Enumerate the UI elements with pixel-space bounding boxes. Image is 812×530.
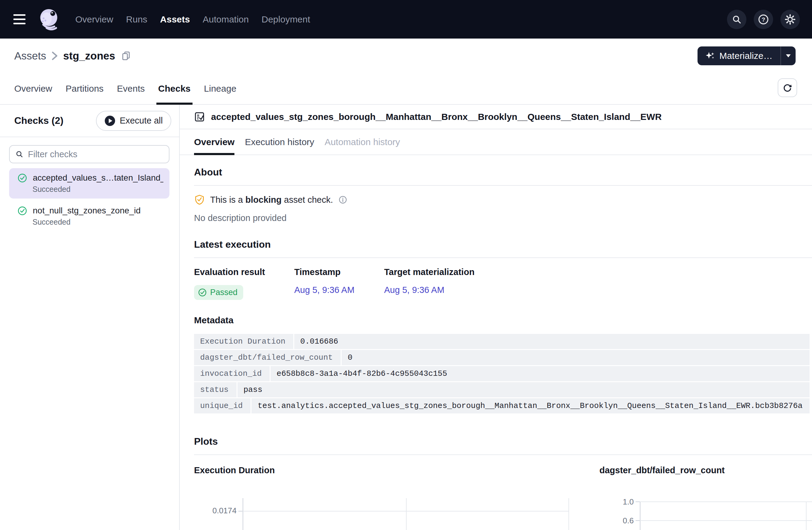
nav-item-overview[interactable]: Overview bbox=[75, 14, 113, 25]
plots-heading: Plots bbox=[194, 436, 812, 455]
info-icon[interactable] bbox=[338, 195, 347, 204]
octopus-logo-icon bbox=[38, 8, 61, 31]
menu-icon[interactable] bbox=[12, 12, 27, 26]
tab-partitions[interactable]: Partitions bbox=[66, 73, 104, 104]
y-axis-tick bbox=[238, 511, 243, 512]
nav-item-deployment[interactable]: Deployment bbox=[261, 14, 310, 25]
nav-actions: ? bbox=[727, 10, 800, 29]
asset-page-header: Assets stg_zones Materialize… bbox=[0, 39, 812, 73]
check-success-icon bbox=[18, 173, 27, 183]
help-button[interactable]: ? bbox=[754, 10, 773, 29]
materialize-button[interactable]: Materialize… bbox=[697, 46, 796, 65]
top-navigation: Overview Runs Assets Automation Deployme… bbox=[0, 0, 812, 39]
check-list-item-not-null[interactable]: not_null_stg_zones_zone_id Succeeded bbox=[9, 201, 170, 231]
timestamp-header: Timestamp bbox=[294, 267, 384, 277]
copy-asset-name-button[interactable] bbox=[121, 51, 131, 61]
check-status: Succeeded bbox=[32, 185, 164, 194]
shield-check-icon bbox=[194, 194, 205, 205]
gridline bbox=[406, 498, 407, 530]
nav-item-automation[interactable]: Automation bbox=[203, 14, 249, 25]
gridline bbox=[640, 501, 812, 502]
metadata-value: test.analytics.accepted_values_stg_zones… bbox=[251, 398, 810, 413]
nav-item-assets[interactable]: Assets bbox=[160, 14, 190, 25]
sparkle-icon bbox=[706, 51, 714, 60]
latest-execution-heading: Latest execution bbox=[194, 239, 812, 258]
metadata-value: 0.016686 bbox=[294, 334, 810, 349]
table-row: Execution Duration 0.016686 bbox=[194, 334, 810, 349]
y-axis-tick-label: 0.6 bbox=[599, 516, 634, 526]
metadata-key: Execution Duration bbox=[194, 334, 293, 349]
about-heading: About bbox=[194, 167, 812, 186]
execute-all-label: Execute all bbox=[120, 116, 163, 126]
check-success-icon bbox=[198, 288, 207, 297]
asset-tab-bar: Overview Partitions Events Checks Lineag… bbox=[0, 73, 812, 105]
blocking-check-note: This is a blocking asset check. bbox=[194, 194, 812, 205]
blocking-text: This is a blocking asset check. bbox=[210, 195, 333, 205]
check-list-item-accepted-values[interactable]: accepted_values_s…taten_Island_ Succeede… bbox=[9, 168, 170, 198]
check-list: accepted_values_s…taten_Island_ Succeede… bbox=[9, 168, 170, 231]
breadcrumb-assets-link[interactable]: Assets bbox=[14, 50, 46, 62]
tab-checks[interactable]: Checks bbox=[158, 73, 191, 104]
settings-button[interactable] bbox=[780, 10, 800, 29]
metadata-key: dagster_dbt/failed_row_count bbox=[194, 350, 341, 365]
check-description: No description provided bbox=[194, 213, 812, 223]
passed-badge: Passed bbox=[194, 285, 243, 300]
y-axis-tick bbox=[636, 520, 640, 521]
check-name: accepted_values_s…taten_Island_ bbox=[33, 173, 163, 183]
tab-check-overview[interactable]: Overview bbox=[194, 129, 234, 154]
about-section: About This is a blocking asset check. No… bbox=[194, 167, 812, 223]
metadata-key: invocation_id bbox=[194, 366, 270, 381]
refresh-button[interactable] bbox=[778, 78, 797, 97]
play-circle-icon bbox=[104, 115, 115, 126]
check-title: accepted_values_stg_zones_borough__Manha… bbox=[211, 112, 662, 122]
check-detail-tabs: Overview Execution history Automation hi… bbox=[180, 129, 812, 155]
materialize-label: Materialize… bbox=[720, 51, 772, 61]
timestamp-link[interactable]: Aug 5, 9:36 AM bbox=[294, 285, 354, 295]
tab-automation-history: Automation history bbox=[324, 129, 400, 154]
latest-execution-section: Latest execution Evaluation result Passe… bbox=[194, 239, 812, 300]
execution-duration-plot: Execution Duration 0.0174 bbox=[194, 465, 599, 530]
svg-text:?: ? bbox=[762, 16, 765, 23]
tab-overview[interactable]: Overview bbox=[14, 73, 52, 104]
plot-canvas: 0.0174 bbox=[194, 497, 599, 530]
target-materialization-header: Target materialization bbox=[384, 267, 812, 277]
metadata-key: status bbox=[194, 382, 236, 397]
gridline bbox=[640, 520, 812, 521]
metadata-section: Metadata Execution Duration 0.016686 dag… bbox=[194, 315, 812, 413]
check-name: not_null_stg_zones_zone_id bbox=[33, 206, 141, 216]
checks-sidebar-header: Checks (2) Execute all bbox=[0, 105, 179, 137]
target-materialization-link[interactable]: Aug 5, 9:36 AM bbox=[384, 285, 444, 295]
table-row: status pass bbox=[194, 382, 810, 397]
check-success-icon bbox=[18, 206, 27, 216]
materialize-dropdown-caret[interactable] bbox=[781, 46, 796, 65]
metadata-value: 0 bbox=[342, 350, 810, 365]
checks-sidebar: Checks (2) Execute all bbox=[0, 105, 180, 530]
help-icon: ? bbox=[758, 14, 769, 25]
y-axis-line bbox=[243, 498, 243, 530]
dagster-logo[interactable] bbox=[38, 8, 61, 31]
check-detail-pane: accepted_values_stg_zones_borough__Manha… bbox=[180, 105, 812, 530]
metadata-value: pass bbox=[237, 382, 810, 397]
gridline bbox=[806, 501, 807, 530]
plot-canvas: 1.0 0.6 bbox=[599, 497, 812, 530]
plots-section: Plots Execution Duration 0.0174 bbox=[194, 436, 812, 530]
search-button[interactable] bbox=[727, 10, 746, 29]
tab-lineage[interactable]: Lineage bbox=[204, 73, 236, 104]
gridline bbox=[568, 498, 569, 530]
y-axis-line bbox=[640, 501, 640, 530]
tab-execution-history[interactable]: Execution history bbox=[245, 129, 314, 154]
table-row: unique_id test.analytics.accepted_values… bbox=[194, 398, 810, 413]
y-axis-tick-label: 0.0174 bbox=[194, 506, 236, 515]
check-status: Succeeded bbox=[32, 218, 164, 226]
plot-title: dagster_dbt/failed_row_count bbox=[599, 465, 812, 475]
failed-row-count-plot: dagster_dbt/failed_row_count 1.0 0.6 bbox=[599, 465, 812, 530]
tab-events[interactable]: Events bbox=[117, 73, 145, 104]
checks-count-title: Checks (2) bbox=[14, 115, 63, 126]
execute-all-button[interactable]: Execute all bbox=[96, 111, 171, 131]
y-axis-tick bbox=[636, 501, 640, 502]
nav-item-runs[interactable]: Runs bbox=[126, 14, 147, 25]
filter-checks-input[interactable] bbox=[28, 149, 163, 159]
primary-nav: Overview Runs Assets Automation Deployme… bbox=[75, 14, 310, 25]
metadata-key: unique_id bbox=[194, 398, 250, 413]
asset-name: stg_zones bbox=[63, 50, 115, 62]
